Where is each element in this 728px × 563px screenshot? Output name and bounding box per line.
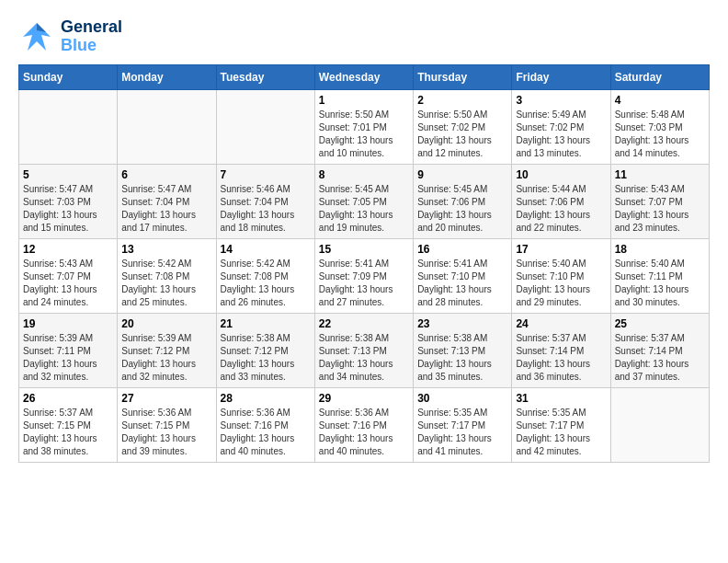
day-number: 11 <box>615 168 705 181</box>
calendar-cell: 2Sunrise: 5:50 AM Sunset: 7:02 PM Daylig… <box>414 90 512 165</box>
calendar-cell: 3Sunrise: 5:49 AM Sunset: 7:02 PM Daylig… <box>512 90 610 165</box>
day-info: Sunrise: 5:39 AM Sunset: 7:11 PM Dayligh… <box>23 332 113 384</box>
day-info: Sunrise: 5:38 AM Sunset: 7:12 PM Dayligh… <box>221 332 311 384</box>
day-number: 6 <box>121 168 211 181</box>
calendar-header: SundayMondayTuesdayWednesdayThursdayFrid… <box>19 65 710 90</box>
day-info: Sunrise: 5:41 AM Sunset: 7:10 PM Dayligh… <box>417 258 507 309</box>
calendar-cell: 17Sunrise: 5:40 AM Sunset: 7:10 PM Dayli… <box>512 239 610 314</box>
logo-text: General Blue <box>61 18 122 55</box>
day-info: Sunrise: 5:44 AM Sunset: 7:06 PM Dayligh… <box>516 183 606 235</box>
calendar-cell: 14Sunrise: 5:42 AM Sunset: 7:08 PM Dayli… <box>216 239 314 314</box>
weekday-monday: Monday <box>118 65 216 90</box>
day-info: Sunrise: 5:49 AM Sunset: 7:02 PM Dayligh… <box>516 109 606 160</box>
week-row-3: 12Sunrise: 5:43 AM Sunset: 7:07 PM Dayli… <box>19 239 710 314</box>
week-row-1: 1Sunrise: 5:50 AM Sunset: 7:01 PM Daylig… <box>19 90 710 165</box>
calendar-cell: 26Sunrise: 5:37 AM Sunset: 7:15 PM Dayli… <box>19 388 118 463</box>
day-number: 29 <box>319 392 409 405</box>
day-info: Sunrise: 5:43 AM Sunset: 7:07 PM Dayligh… <box>23 258 113 309</box>
day-number: 14 <box>221 243 311 256</box>
calendar-cell: 22Sunrise: 5:38 AM Sunset: 7:13 PM Dayli… <box>314 314 413 388</box>
day-info: Sunrise: 5:45 AM Sunset: 7:06 PM Dayligh… <box>417 183 507 235</box>
day-info: Sunrise: 5:36 AM Sunset: 7:15 PM Dayligh… <box>121 407 211 458</box>
weekday-header-row: SundayMondayTuesdayWednesdayThursdayFrid… <box>19 65 710 90</box>
calendar-cell: 18Sunrise: 5:40 AM Sunset: 7:11 PM Dayli… <box>610 239 709 314</box>
day-info: Sunrise: 5:42 AM Sunset: 7:08 PM Dayligh… <box>221 258 311 309</box>
day-number: 17 <box>516 243 606 256</box>
day-info: Sunrise: 5:38 AM Sunset: 7:13 PM Dayligh… <box>417 332 507 384</box>
day-number: 10 <box>516 168 606 181</box>
day-info: Sunrise: 5:41 AM Sunset: 7:09 PM Dayligh… <box>319 258 409 309</box>
day-number: 4 <box>615 94 705 107</box>
calendar-cell: 19Sunrise: 5:39 AM Sunset: 7:11 PM Dayli… <box>19 314 118 388</box>
day-info: Sunrise: 5:40 AM Sunset: 7:10 PM Dayligh… <box>516 258 606 309</box>
day-number: 2 <box>417 94 507 107</box>
page-header: General Blue <box>18 18 710 55</box>
day-info: Sunrise: 5:39 AM Sunset: 7:12 PM Dayligh… <box>121 332 211 384</box>
day-info: Sunrise: 5:35 AM Sunset: 7:17 PM Dayligh… <box>516 407 606 458</box>
day-number: 24 <box>516 317 606 330</box>
calendar-cell: 16Sunrise: 5:41 AM Sunset: 7:10 PM Dayli… <box>414 239 512 314</box>
calendar-cell: 23Sunrise: 5:38 AM Sunset: 7:13 PM Dayli… <box>414 314 512 388</box>
day-number: 30 <box>417 392 507 405</box>
day-info: Sunrise: 5:37 AM Sunset: 7:15 PM Dayligh… <box>23 407 113 458</box>
day-number: 26 <box>23 392 113 405</box>
calendar-cell: 7Sunrise: 5:46 AM Sunset: 7:04 PM Daylig… <box>216 165 314 239</box>
day-number: 3 <box>516 94 606 107</box>
calendar-cell: 27Sunrise: 5:36 AM Sunset: 7:15 PM Dayli… <box>118 388 216 463</box>
calendar-cell: 28Sunrise: 5:36 AM Sunset: 7:16 PM Dayli… <box>216 388 314 463</box>
calendar-cell: 21Sunrise: 5:38 AM Sunset: 7:12 PM Dayli… <box>216 314 314 388</box>
calendar-cell <box>118 90 216 165</box>
day-info: Sunrise: 5:35 AM Sunset: 7:17 PM Dayligh… <box>417 407 507 458</box>
day-info: Sunrise: 5:47 AM Sunset: 7:03 PM Dayligh… <box>23 183 113 235</box>
day-number: 1 <box>319 94 409 107</box>
weekday-friday: Friday <box>512 65 610 90</box>
day-number: 19 <box>23 317 113 330</box>
calendar-cell <box>19 90 118 165</box>
calendar-cell: 1Sunrise: 5:50 AM Sunset: 7:01 PM Daylig… <box>314 90 413 165</box>
day-number: 27 <box>121 392 211 405</box>
day-number: 15 <box>319 243 409 256</box>
day-info: Sunrise: 5:47 AM Sunset: 7:04 PM Dayligh… <box>121 183 211 235</box>
day-info: Sunrise: 5:37 AM Sunset: 7:14 PM Dayligh… <box>615 332 705 384</box>
day-number: 23 <box>417 317 507 330</box>
day-number: 28 <box>221 392 311 405</box>
day-number: 31 <box>516 392 606 405</box>
day-info: Sunrise: 5:42 AM Sunset: 7:08 PM Dayligh… <box>121 258 211 309</box>
day-info: Sunrise: 5:45 AM Sunset: 7:05 PM Dayligh… <box>319 183 409 235</box>
weekday-saturday: Saturday <box>610 65 709 90</box>
weekday-thursday: Thursday <box>414 65 512 90</box>
day-number: 16 <box>417 243 507 256</box>
day-number: 20 <box>121 317 211 330</box>
calendar-cell: 13Sunrise: 5:42 AM Sunset: 7:08 PM Dayli… <box>118 239 216 314</box>
day-info: Sunrise: 5:37 AM Sunset: 7:14 PM Dayligh… <box>516 332 606 384</box>
calendar-cell: 31Sunrise: 5:35 AM Sunset: 7:17 PM Dayli… <box>512 388 610 463</box>
day-number: 13 <box>121 243 211 256</box>
calendar-cell: 12Sunrise: 5:43 AM Sunset: 7:07 PM Dayli… <box>19 239 118 314</box>
calendar-table: SundayMondayTuesdayWednesdayThursdayFrid… <box>18 64 710 463</box>
logo-icon <box>18 18 55 55</box>
day-number: 25 <box>615 317 705 330</box>
calendar-cell: 8Sunrise: 5:45 AM Sunset: 7:05 PM Daylig… <box>314 165 413 239</box>
day-info: Sunrise: 5:48 AM Sunset: 7:03 PM Dayligh… <box>615 109 705 160</box>
day-number: 9 <box>417 168 507 181</box>
day-info: Sunrise: 5:36 AM Sunset: 7:16 PM Dayligh… <box>319 407 409 458</box>
calendar-cell: 15Sunrise: 5:41 AM Sunset: 7:09 PM Dayli… <box>314 239 413 314</box>
weekday-wednesday: Wednesday <box>314 65 413 90</box>
weekday-sunday: Sunday <box>19 65 118 90</box>
week-row-2: 5Sunrise: 5:47 AM Sunset: 7:03 PM Daylig… <box>19 165 710 239</box>
logo: General Blue <box>18 18 122 55</box>
day-number: 21 <box>221 317 311 330</box>
week-row-4: 19Sunrise: 5:39 AM Sunset: 7:11 PM Dayli… <box>19 314 710 388</box>
calendar-cell: 9Sunrise: 5:45 AM Sunset: 7:06 PM Daylig… <box>414 165 512 239</box>
day-number: 7 <box>221 168 311 181</box>
calendar-cell: 5Sunrise: 5:47 AM Sunset: 7:03 PM Daylig… <box>19 165 118 239</box>
calendar-cell <box>610 388 709 463</box>
day-info: Sunrise: 5:50 AM Sunset: 7:02 PM Dayligh… <box>417 109 507 160</box>
day-number: 12 <box>23 243 113 256</box>
calendar-body: 1Sunrise: 5:50 AM Sunset: 7:01 PM Daylig… <box>19 90 710 463</box>
calendar-cell: 24Sunrise: 5:37 AM Sunset: 7:14 PM Dayli… <box>512 314 610 388</box>
day-number: 18 <box>615 243 705 256</box>
day-number: 8 <box>319 168 409 181</box>
day-info: Sunrise: 5:40 AM Sunset: 7:11 PM Dayligh… <box>615 258 705 309</box>
day-info: Sunrise: 5:43 AM Sunset: 7:07 PM Dayligh… <box>615 183 705 235</box>
